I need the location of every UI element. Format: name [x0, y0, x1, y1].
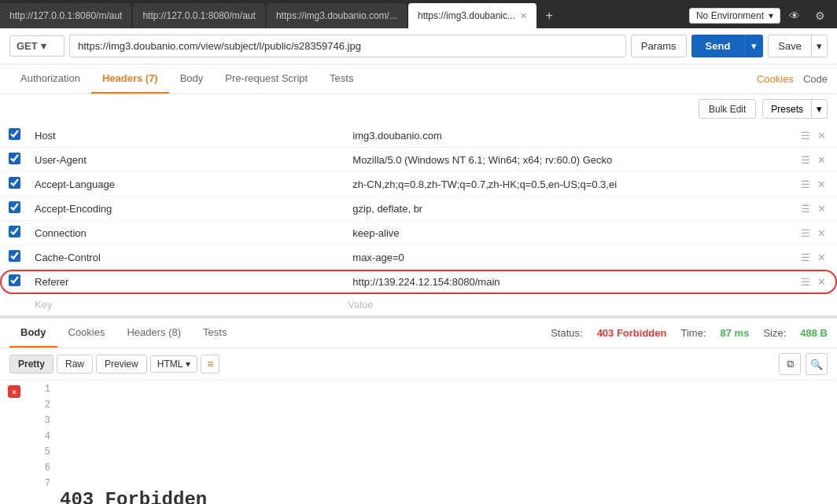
header-key-0: Host	[28, 123, 346, 148]
browser-tab-3[interactable]: https://img3.doubanio.com/...	[267, 3, 407, 28]
headers-table: Host img3.doubanio.com ☰ ✕ User-Agent Mo…	[0, 123, 837, 294]
value-placeholder: Value	[348, 299, 831, 311]
header-close-icon-3[interactable]: ✕	[817, 203, 826, 215]
send-button[interactable]: Send	[691, 35, 745, 57]
tab-headers[interactable]: Headers (7)	[91, 64, 169, 94]
resp-tab-cookies[interactable]: Cookies	[57, 318, 116, 348]
code-line: 6	[0, 462, 837, 478]
format-preview-button[interactable]: Preview	[96, 355, 147, 373]
params-button[interactable]: Params	[631, 35, 687, 57]
header-checkbox-1[interactable]	[9, 153, 20, 164]
close-tab-icon[interactable]: ✕	[520, 11, 527, 21]
tab-authorization-label: Authorization	[20, 72, 80, 84]
header-checkbox-cell-0[interactable]	[0, 123, 28, 148]
header-checkbox-6[interactable]	[9, 274, 20, 286]
copy-response-button[interactable]: ⧉	[779, 353, 801, 375]
code-link[interactable]: Code	[803, 73, 828, 85]
header-checkbox-4[interactable]	[9, 226, 20, 237]
header-menu-icon-0[interactable]: ☰	[801, 130, 810, 142]
browser-tab-4[interactable]: https://img3.doubanic... ✕	[408, 3, 536, 28]
headers-section: Bulk Edit Presets ▾ Host img3.doubanio.c…	[0, 94, 837, 315]
resp-tab-tests[interactable]: Tests	[192, 318, 238, 348]
header-menu-icon-5[interactable]: ☰	[801, 252, 810, 263]
line-gutter-empty	[0, 478, 28, 504]
tab-pre-request-script[interactable]: Pre-request Script	[214, 64, 319, 94]
header-checkbox-cell-3[interactable]	[0, 197, 28, 221]
cookies-link[interactable]: Cookies	[757, 73, 794, 85]
header-menu-icon-3[interactable]: ☰	[801, 203, 810, 215]
browser-tab-2[interactable]: http://127.0.0.1:8080/m/aut	[133, 3, 264, 28]
header-close-icon-6[interactable]: ✕	[817, 276, 826, 288]
header-checkbox-5[interactable]	[9, 250, 20, 262]
response-status-area: Status: 403 Forbidden Time: 87 ms Size: …	[551, 327, 828, 339]
tab-label-1: http://127.0.0.1:8080/m/aut	[9, 10, 122, 21]
code-line: 7 403 Forbidden	[0, 478, 837, 504]
time-value: 87 ms	[721, 327, 750, 339]
header-key-4: Connection	[28, 221, 346, 245]
header-close-icon-2[interactable]: ✕	[817, 178, 826, 190]
header-menu-icon-4[interactable]: ☰	[801, 227, 810, 239]
tab-body[interactable]: Body	[169, 64, 215, 94]
header-checkbox-cell-1[interactable]	[0, 148, 28, 172]
size-label: Size:	[763, 327, 786, 339]
environment-selector[interactable]: No Environment ▾	[689, 8, 780, 24]
table-row: Accept-Language zh-CN,zh;q=0.8,zh-TW;q=0…	[0, 172, 837, 197]
format-type-selector[interactable]: HTML ▾	[150, 355, 198, 373]
header-key-5: Cache-Control	[28, 245, 346, 270]
header-menu-icon-2[interactable]: ☰	[801, 178, 810, 190]
tab-label-4: https://img3.doubanic...	[418, 10, 515, 21]
presets-dropdown-icon[interactable]: ▾	[811, 100, 827, 118]
format-type-label: HTML	[157, 359, 183, 370]
format-icon-button[interactable]: ≡	[201, 355, 219, 373]
gear-icon-button[interactable]: ⚙	[809, 5, 831, 27]
header-actions-3: ☰ ✕	[790, 197, 837, 221]
response-tabs-bar: Body Cookies Headers (8) Tests Status: 4…	[0, 318, 837, 348]
header-close-icon-1[interactable]: ✕	[817, 154, 826, 166]
save-dropdown-button[interactable]: ▾	[812, 35, 828, 57]
method-selector[interactable]: GET ▾	[9, 35, 65, 57]
header-close-icon-0[interactable]: ✕	[817, 130, 826, 142]
bulk-edit-button[interactable]: Bulk Edit	[699, 99, 756, 119]
save-button[interactable]: Save	[768, 35, 812, 57]
header-menu-icon-1[interactable]: ☰	[801, 154, 810, 166]
resp-tab-tests-label: Tests	[203, 326, 227, 338]
code-line: 4 403 Forbidden	[0, 431, 837, 447]
header-checkbox-cell-2[interactable]	[0, 172, 28, 197]
status-value: 403 Forbidden	[597, 327, 667, 339]
add-tab-button[interactable]: +	[538, 9, 560, 23]
header-checkbox-0[interactable]	[9, 128, 20, 140]
resp-tab-headers[interactable]: Headers (8)	[116, 318, 192, 348]
table-row: Host img3.doubanio.com ☰ ✕	[0, 123, 837, 148]
header-value-3: gzip, deflate, br	[346, 197, 790, 221]
line-gutter-empty	[0, 415, 28, 431]
resp-tab-cookies-label: Cookies	[68, 326, 105, 338]
header-close-icon-5[interactable]: ✕	[817, 252, 826, 263]
url-input[interactable]	[69, 35, 626, 57]
format-raw-button[interactable]: Raw	[57, 355, 93, 373]
browser-tab-1[interactable]: http://127.0.0.1:8080/m/aut	[0, 3, 131, 28]
header-value-0: img3.doubanio.com	[346, 123, 790, 148]
key-placeholder: Key	[35, 299, 348, 311]
header-checkbox-2[interactable]	[9, 177, 20, 189]
header-checkbox-cell-6[interactable]	[0, 270, 28, 294]
presets-button[interactable]: Presets	[763, 101, 811, 118]
response-code-area: ✕ 1 2 3 4 403 Forbidden 5 6 7 403 Forbid…	[0, 381, 837, 504]
header-checkbox-cell-4[interactable]	[0, 221, 28, 245]
format-pretty-button[interactable]: Pretty	[9, 355, 53, 373]
resp-tab-body[interactable]: Body	[9, 318, 57, 348]
header-key-1: User-Agent	[28, 148, 346, 172]
header-close-icon-4[interactable]: ✕	[817, 227, 826, 239]
header-checkbox-3[interactable]	[9, 201, 20, 213]
header-checkbox-cell-5[interactable]	[0, 245, 28, 270]
header-menu-icon-6[interactable]: ☰	[801, 276, 810, 288]
tab-authorization[interactable]: Authorization	[9, 64, 91, 94]
send-dropdown-button[interactable]: ▾	[744, 35, 763, 57]
code-line: 3	[0, 415, 837, 431]
line-gutter-empty	[0, 399, 28, 415]
eye-icon-button[interactable]: 👁	[784, 5, 806, 27]
header-value-6: http://139.224.12.154:8080/main	[346, 270, 790, 294]
search-response-button[interactable]: 🔍	[806, 353, 828, 375]
line-content-6	[60, 462, 837, 478]
tab-tests[interactable]: Tests	[319, 64, 364, 94]
line-gutter-empty	[0, 431, 28, 447]
